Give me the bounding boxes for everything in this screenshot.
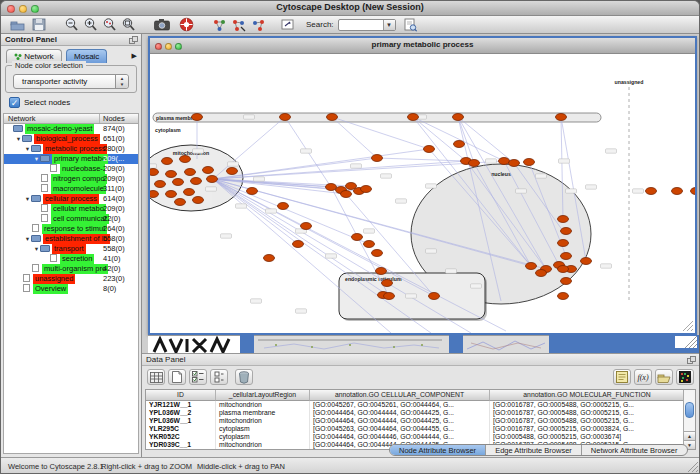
network-node[interactable] bbox=[150, 169, 159, 176]
network-node[interactable] bbox=[561, 228, 572, 235]
network-node[interactable] bbox=[558, 293, 569, 300]
tree-row[interactable]: multi-organism pro42(0) bbox=[4, 264, 138, 274]
network-node[interactable] bbox=[301, 223, 312, 230]
network-icon-b[interactable] bbox=[230, 17, 247, 33]
network-node[interactable] bbox=[293, 241, 304, 248]
tree-row[interactable]: unassigned223(0) bbox=[4, 274, 138, 284]
network-node[interactable] bbox=[408, 114, 419, 121]
zoom-fit-icon[interactable] bbox=[120, 17, 137, 33]
network-icon-c[interactable] bbox=[250, 17, 267, 33]
network-node[interactable] bbox=[429, 293, 440, 300]
tree-expand-arrow[interactable]: ▼ bbox=[33, 244, 40, 254]
network-node[interactable] bbox=[558, 240, 569, 247]
network-node[interactable] bbox=[558, 216, 569, 223]
network-node[interactable] bbox=[184, 189, 195, 196]
network-node[interactable] bbox=[166, 191, 177, 198]
frame-resize-grip[interactable] bbox=[691, 329, 693, 331]
tree-expand-arrow[interactable]: ▼ bbox=[24, 144, 31, 154]
network-node[interactable] bbox=[203, 167, 214, 174]
background-frame-content[interactable] bbox=[463, 335, 549, 353]
network-node[interactable] bbox=[227, 168, 238, 175]
network-node[interactable] bbox=[247, 188, 258, 195]
tree-row[interactable]: cellular metabo209(0) bbox=[4, 204, 138, 214]
import-attributes-icon[interactable] bbox=[655, 369, 673, 385]
network-node[interactable] bbox=[364, 241, 375, 248]
network-node[interactable] bbox=[561, 278, 572, 285]
network-node[interactable] bbox=[175, 199, 186, 206]
tree-expand-arrow[interactable]: ▼ bbox=[24, 234, 31, 244]
network-node[interactable] bbox=[526, 263, 537, 270]
network-node[interactable] bbox=[691, 188, 696, 195]
attribute-table-body[interactable]: YJR121W__1mitochondrion[GO:0045267, GO:0… bbox=[146, 401, 695, 449]
network-node[interactable] bbox=[499, 158, 510, 165]
network-node[interactable] bbox=[558, 266, 569, 273]
new-attribute-icon[interactable] bbox=[168, 369, 186, 385]
network-node[interactable] bbox=[469, 160, 480, 167]
column-header[interactable]: ID bbox=[146, 390, 216, 401]
network-node[interactable] bbox=[162, 158, 173, 165]
network-node[interactable] bbox=[424, 146, 435, 153]
table-row[interactable]: YPL036W__2plasma membrane[GO:0044464, GO… bbox=[146, 409, 695, 417]
select-nodes-checkbox[interactable]: ✓ bbox=[9, 97, 20, 108]
network-node[interactable] bbox=[384, 293, 395, 300]
tree-row[interactable]: mosaic-demo-yeast874(0) bbox=[4, 124, 138, 134]
notes-icon[interactable] bbox=[613, 369, 631, 385]
network-node[interactable] bbox=[556, 114, 567, 121]
network-node[interactable] bbox=[361, 186, 372, 193]
open-session-icon[interactable] bbox=[9, 17, 26, 33]
tree-row[interactable]: ▼metabolic process280(0) bbox=[4, 144, 138, 154]
search-go-icon[interactable] bbox=[402, 17, 419, 33]
tree-row[interactable]: ▼biological_process651(0) bbox=[4, 134, 138, 144]
network-icon-a[interactable] bbox=[211, 17, 228, 33]
table-row[interactable]: YJR121W__1mitochondrion[GO:0045267, GO:0… bbox=[146, 401, 695, 409]
network-node[interactable] bbox=[372, 155, 383, 162]
background-frame-content[interactable] bbox=[148, 335, 240, 353]
delete-attribute-icon[interactable] bbox=[235, 369, 253, 385]
network-node[interactable] bbox=[173, 179, 184, 186]
scroll-up-button[interactable]: ▲ bbox=[684, 431, 695, 440]
network-node[interactable] bbox=[536, 270, 547, 277]
matrix-view-icon[interactable] bbox=[676, 369, 694, 385]
tab-network-attribute-browser[interactable]: Network Attribute Browser bbox=[582, 445, 687, 455]
tree-row[interactable]: ▼primary metabo209(... bbox=[4, 154, 138, 164]
network-node[interactable] bbox=[372, 250, 383, 257]
tree-row[interactable]: nucleobase-209(0) bbox=[4, 164, 138, 174]
tree-row[interactable]: secretion41(0) bbox=[4, 254, 138, 264]
network-node[interactable] bbox=[341, 191, 352, 198]
network-node[interactable] bbox=[581, 258, 592, 265]
network-node[interactable] bbox=[327, 114, 338, 121]
network-node[interactable] bbox=[155, 181, 166, 188]
save-session-icon[interactable] bbox=[30, 17, 47, 33]
zoom-selected-icon[interactable] bbox=[101, 17, 118, 33]
attribute-table-icon[interactable] bbox=[147, 369, 165, 385]
zoom-in-icon[interactable] bbox=[82, 17, 99, 33]
tree-row[interactable]: ▼cellular process614(0) bbox=[4, 194, 138, 204]
network-node[interactable] bbox=[376, 268, 387, 275]
network-node[interactable] bbox=[454, 141, 465, 148]
network-node[interactable] bbox=[646, 188, 657, 195]
network-canvas[interactable]: plasma membranecytoplasmmitochondrionnuc… bbox=[150, 54, 695, 333]
network-node[interactable] bbox=[453, 114, 464, 121]
scrollbar-thumb[interactable] bbox=[685, 402, 694, 418]
network-node[interactable] bbox=[264, 255, 275, 262]
tree-row[interactable]: ▼transport558(0) bbox=[4, 244, 138, 254]
network-node[interactable] bbox=[192, 114, 203, 121]
network-node[interactable] bbox=[180, 156, 191, 163]
tab-edge-attribute-browser[interactable]: Edge Attribute Browser bbox=[486, 445, 582, 455]
network-node[interactable] bbox=[193, 197, 204, 204]
tree-row[interactable]: nitrogen compo209(0) bbox=[4, 174, 138, 184]
network-node[interactable] bbox=[185, 169, 196, 176]
node-color-dropdown[interactable]: transporter activity ▲▼ bbox=[13, 74, 129, 89]
tree-row[interactable]: macromolecule311(0) bbox=[4, 184, 138, 194]
network-node[interactable] bbox=[207, 176, 218, 183]
column-header[interactable]: annotation.GO MOLECULAR_FUNCTION bbox=[490, 390, 685, 401]
zoom-out-icon[interactable] bbox=[63, 17, 80, 33]
tree-row[interactable]: response to stimul264(0) bbox=[4, 224, 138, 234]
table-row[interactable]: YKR052Ccytoplasm[GO:0044464, GO:0044446,… bbox=[146, 433, 695, 441]
network-node[interactable] bbox=[509, 160, 520, 167]
attribute-list-icon[interactable] bbox=[210, 369, 228, 385]
table-scrollbar[interactable]: ▲ ▼ bbox=[683, 390, 695, 449]
table-row[interactable]: YLR295Ccytoplasm[GO:0045263, GO:0044464,… bbox=[146, 425, 695, 433]
attribute-table-header[interactable]: ID_cellularLayoutRegionannotation.GO CEL… bbox=[146, 390, 695, 401]
tab-scroll-arrow[interactable]: ▶ bbox=[132, 52, 137, 60]
